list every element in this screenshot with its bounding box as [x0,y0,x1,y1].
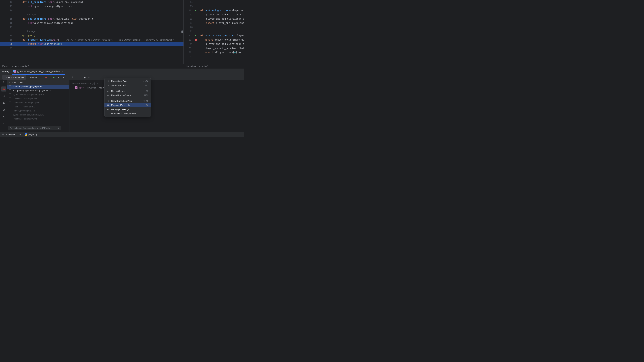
menu-item[interactable]: ≡Show Execution Point⌥F10 [104,99,151,103]
frames-panel: ≡ MainThread ⌄ primary_guardian, player.… [8,80,70,134]
line-number: 14 [0,8,16,12]
code-line[interactable]: 20 return self.guardians[0] [0,42,184,46]
menu-item[interactable]: ▦Evaluate Expression…⌥F8 [104,103,151,107]
terminal-tool-icon[interactable]: ❯_ [2,115,6,118]
code-line[interactable]: 18 @property [0,33,184,38]
vcs-tool-icon[interactable]: ⑂ [2,121,6,125]
stack-frame[interactable]: __call__, _hooks.py:501 [8,105,69,109]
code-line[interactable]: 25 player_one.add_guardians([al [184,46,244,50]
usage-hint[interactable]: 4 usages [16,12,184,17]
stack-frame[interactable]: pytest_pyfunc_call, python.py:195 [8,93,69,97]
editor-left-pane[interactable]: 12 def all_guardians(self, guardian: Gua… [0,0,184,64]
code-line[interactable]: 20 [184,25,244,29]
run-gutter-icon[interactable]: ▶ [196,8,196,12]
code-line[interactable]: 21 [184,29,244,33]
stack-frame[interactable]: _multicall, _callers.py:102 [8,97,69,101]
debug-run-tab[interactable]: pytest for test_player.test_primary_guar… [12,68,65,75]
threads-icon: ≡ [9,81,10,84]
code-line[interactable]: 27 [184,54,244,59]
run-tool-icon[interactable]: ▷ [2,80,6,83]
menu-item[interactable]: ↘Smart Step Into⇧F7 [104,83,151,87]
breadcrumb-item[interactable]: Player [2,65,8,67]
tab-console[interactable]: Console [27,75,39,80]
step-into-my-icon[interactable]: ⤓ [70,75,74,79]
breadcrumb-item[interactable]: test_primary_guardian() [186,65,208,67]
resume-icon[interactable]: ▶ [52,75,56,79]
git-tool-icon[interactable]: ⎇ [2,94,6,98]
code-line[interactable]: 26 assert all_guardians[0] == p [184,50,244,54]
stack-frame[interactable]: primary_guardian, player.py:20 [8,85,69,89]
packages-tool-icon[interactable]: ⧉ [2,101,6,105]
menu-item[interactable]: ▸ᵢRun to Cursor⌥F9 [104,89,151,93]
line-number: 20 [0,42,16,46]
code-line[interactable]: 23 assert player_one.primary_gu [184,38,244,42]
code-line[interactable]: 12 def all_guardians(self, guardian: Gua… [0,0,184,4]
code-line[interactable]: 18 player_one.add_guardians([a [184,17,244,21]
pause-icon[interactable]: ⏸ [56,75,60,79]
stack-frame[interactable]: runtest, python.py:1772 [8,109,69,113]
close-icon[interactable]: ✕ [62,70,64,72]
code-line[interactable]: 14 [184,0,244,4]
thread-selector[interactable]: ≡ MainThread ⌄ [8,80,69,85]
step-over-icon[interactable]: ↷ [61,75,65,79]
line-number: 15 [184,4,195,8]
close-icon[interactable]: ✕ [57,127,59,129]
menu-item-icon: ▦ [107,104,110,106]
step-into-icon[interactable]: ↓ [66,75,70,79]
debug-tool-icon[interactable]: 🐞 [1,86,6,91]
stack-frame[interactable]: test_primary_guardian, test_player.py:23 [8,89,69,93]
run-gutter-icon[interactable]: ▶ [196,33,196,38]
stack-frame[interactable]: _multicall, _callers.py:102 [8,117,69,121]
breadcrumb-item[interactable]: primary_guardian() [12,65,30,67]
code-line[interactable]: 16▶def test_add_guardians(player_on [184,8,244,12]
status-folder[interactable]: src [18,133,21,136]
code-line[interactable]: 14 [0,8,184,12]
status-project[interactable]: laxleague [6,133,15,136]
code-line[interactable]: 15 def add_guardians(self, guardians: li… [0,17,184,21]
evaluate-expression-input[interactable]: Evaluate expression (⏎) or [71,81,242,86]
services-tool-icon[interactable]: ⬡ [2,108,6,112]
menu-item-icon: ▸ᵢ [107,90,110,92]
menu-item[interactable]: ⚙Debugger Settings› [104,107,151,111]
line-number: 17 [0,25,16,29]
mute-breakpoints-icon[interactable]: ⊘ [88,75,92,79]
code-line[interactable]: 17 [0,25,184,29]
frame-file-icon [9,89,12,92]
editor-right-pane[interactable]: 141516▶def test_add_guardians(player_on1… [184,0,244,64]
view-breakpoints-icon[interactable]: ◉ [83,75,87,79]
menu-item[interactable]: Modify Run Configuration… [104,111,151,116]
breadcrumb-left[interactable]: Player › primary_guardian() [0,64,184,68]
expand-icon[interactable]: › [72,86,74,89]
usage-hint[interactable]: 2 usages [16,29,184,33]
menu-item[interactable]: ▸ᵢForce Run to Cursor⌥⌘F9 [104,93,151,97]
breadcrumb-right[interactable]: test_primary_guardian() [184,64,244,68]
scrollbar-marker[interactable] [182,30,183,33]
debug-tool-window-header: Debug pytest for test_player.test_primar… [0,68,244,74]
line-number: 20 [184,25,195,29]
code-line[interactable]: 22▶def test_primary_guardian(player [184,33,244,38]
rerun-icon[interactable]: ↻ [40,75,44,79]
code-line[interactable]: 16 self.guardians.extend(guardians) [0,21,184,25]
code-line[interactable]: 19 assert player_one.guardians [184,21,244,25]
code-line[interactable]: 19 def primary_guardian(self): self: Pla… [0,38,184,42]
stack-frame[interactable]: pytest_runtest_call, runner.py:172 [8,113,69,117]
stop-icon[interactable]: ■ [44,75,48,79]
left-tool-rail: ▷ 🐞 ⎇ ⧉ ⬡ ❯_ ⑂ [0,79,8,125]
code-line[interactable]: 24 player_one.add_guardians([a [184,42,244,46]
code-line[interactable]: 21 [0,46,184,50]
code-line[interactable]: 17 player_one.add_guardians([a [184,12,244,17]
frame-file-icon [9,102,12,104]
breakpoint-icon[interactable] [195,39,197,41]
menu-item[interactable]: ↷Force Step Over⌥⇧F8 [104,79,151,83]
variable-row[interactable]: › p self = {Player} Player(first_ /=16, … [71,86,242,90]
scrollbar-marker-caret [182,45,183,46]
code-line[interactable]: 13 self.guardians.append(guardian) [0,4,184,8]
line-number: 18 [0,33,16,38]
line-number: 23 [184,38,194,42]
more-icon[interactable]: ⋮ [95,75,99,79]
step-out-icon[interactable]: ↑ [75,75,79,79]
code-line[interactable]: 15 [184,4,244,8]
stack-frame[interactable]: _hookexec, _manager.py:119 [8,101,69,105]
pytest-icon [14,70,16,72]
status-file[interactable]: player.py [28,133,37,136]
